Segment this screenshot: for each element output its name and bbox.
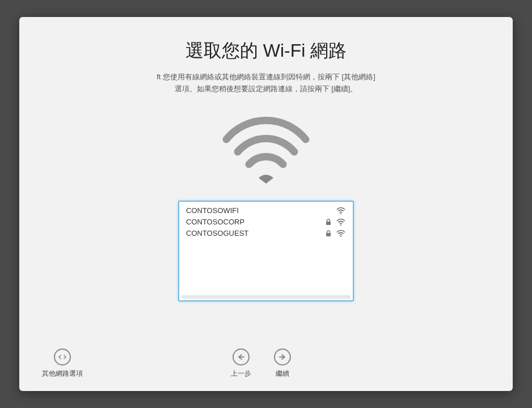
svg-point-0: [340, 213, 341, 214]
network-row[interactable]: CONTOSOGUEST: [179, 228, 353, 239]
wifi-hero-icon: [42, 111, 490, 190]
subtitle-line-1: ft 您使用有線網絡或其他網絡裝置連線到因特網，按兩下 [其他網絡]: [157, 73, 375, 81]
svg-point-2: [340, 224, 341, 226]
lock-icon: [324, 219, 332, 226]
network-row[interactable]: CONTOSOWIFI: [179, 205, 353, 216]
setup-window: 選取您的 Wi-Fi 網路 ft 您使用有線網絡或其他網絡裝置連線到因特網，按兩…: [19, 17, 513, 391]
other-options-label: 其他網路選項: [42, 369, 83, 379]
wifi-signal-icon: [336, 230, 346, 237]
options-icon: [54, 348, 71, 366]
network-name: CONTOSOCORP: [186, 218, 324, 226]
svg-rect-1: [326, 222, 331, 225]
svg-point-4: [340, 236, 341, 237]
continue-label: 繼續: [276, 369, 289, 379]
footer-nav: 其他網路選項 上一步 繼續: [19, 348, 513, 379]
lock-icon: [324, 230, 332, 237]
wifi-signal-icon: [336, 219, 346, 226]
other-network-options-button[interactable]: 其他網路選項: [42, 348, 83, 379]
page-subtitle: ft 您使用有線網絡或其他網絡裝置連線到因特網，按兩下 [其他網絡] 選項。如果…: [42, 71, 490, 95]
network-name: CONTOSOWIFI: [186, 206, 324, 215]
svg-rect-3: [326, 233, 331, 236]
back-button[interactable]: 上一步: [231, 348, 251, 379]
back-label: 上一步: [231, 369, 251, 379]
page-title: 選取您的 Wi-Fi 網路: [42, 39, 490, 63]
network-list-box[interactable]: CONTOSOWIFI CONTOSOCORP: [178, 201, 354, 301]
network-name: CONTOSOGUEST: [186, 229, 324, 237]
continue-button[interactable]: 繼續: [274, 348, 291, 379]
arrow-left-icon: [233, 348, 250, 366]
subtitle-line-2: 選項。如果您稍後想要設定網路連線，請按兩下 [繼續]。: [175, 84, 358, 93]
network-row[interactable]: CONTOSOCORP: [179, 216, 353, 228]
wifi-signal-icon: [336, 207, 346, 214]
arrow-right-icon: [274, 348, 291, 366]
scrollbar[interactable]: [181, 295, 351, 299]
